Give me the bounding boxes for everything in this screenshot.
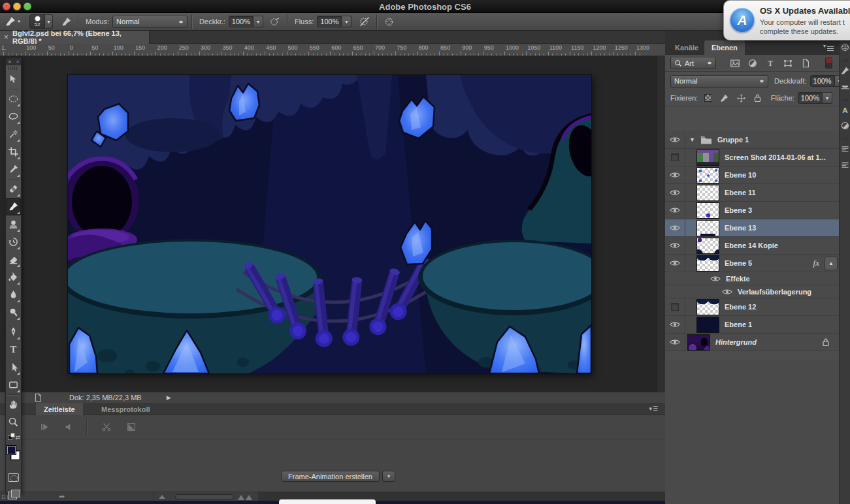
visibility-eye-icon[interactable] [722, 289, 732, 295]
document-tab[interactable]: × Bglvl2.psd bei 66,7% (Ebene 13, RGB/8)… [0, 31, 150, 44]
frame-icon[interactable] [2, 495, 5, 499]
grip-dots[interactable] [842, 59, 849, 62]
dock-panel-lines-icon[interactable] [840, 160, 850, 170]
layer-row-ebene-10[interactable]: Ebene 10 [665, 166, 839, 184]
brush-preset-dropdown-arrow[interactable]: ▼ [45, 14, 53, 29]
filter-shapefilter-icon[interactable] [783, 58, 793, 69]
grip-dots[interactable] [842, 138, 849, 140]
visibility-eye-icon[interactable] [670, 321, 680, 328]
create-frame-animation-button[interactable]: Frame-Animation erstellen [281, 471, 380, 482]
scissors-button[interactable] [101, 422, 112, 432]
visibility-eye-icon[interactable] [670, 207, 680, 213]
layer-thumbnail[interactable] [696, 202, 719, 219]
visibility-eye-icon[interactable] [670, 172, 680, 178]
filter-typefilter-icon[interactable] [765, 58, 776, 69]
canvas-artwork[interactable] [68, 75, 591, 373]
layer-thumbnail[interactable] [696, 167, 719, 183]
brush-tool-icon[interactable]: ▾ [4, 14, 21, 29]
status-menu-arrow-icon[interactable]: ▶ [167, 394, 171, 401]
layer-row-ebene-5[interactable]: Ebene 5fx ▲ [665, 255, 839, 272]
zoom-tool[interactable] [6, 413, 21, 431]
flow-input[interactable]: 100% ▼ [317, 16, 351, 27]
layers-blend-mode-select[interactable]: Normal [670, 75, 768, 87]
visibility-eye-icon[interactable] [670, 339, 680, 345]
shape-tool[interactable] [6, 376, 21, 394]
brush-preset-picker[interactable]: 52 ▼ [29, 14, 53, 29]
dock-panel-chara-icon[interactable] [840, 105, 850, 115]
opacity-dropdown-arrow[interactable]: ▼ [253, 16, 263, 27]
visibility-eye-icon[interactable] [670, 225, 680, 231]
layer-thumbnail[interactable] [696, 185, 719, 201]
layer-row-ebene-13[interactable]: Ebene 13 [665, 219, 839, 237]
layer-row-ebene-3[interactable]: Ebene 3 [665, 202, 839, 219]
pressure-size-toggle-icon[interactable] [381, 14, 397, 29]
history-tool[interactable] [6, 233, 21, 251]
visibility-toggle-empty[interactable] [671, 153, 679, 161]
convert-timeline-icon[interactable]: ➦ [59, 492, 65, 501]
timeline-zoom-slider[interactable] [175, 494, 234, 499]
blend-mode-select[interactable]: Normal [112, 16, 188, 28]
tab-zeitleiste[interactable]: Zeitleiste [36, 403, 83, 415]
filter-smart-icon[interactable] [800, 58, 811, 69]
vertical-scrollbar[interactable] [657, 56, 665, 392]
dock-panel-dish-icon[interactable] [840, 82, 850, 91]
bucket-tool[interactable] [6, 268, 21, 286]
quick-mask-mode-button[interactable] [8, 473, 19, 482]
filter-image-icon[interactable] [730, 58, 740, 69]
pathselect-tool[interactable] [6, 358, 21, 376]
grip-dots[interactable] [842, 99, 849, 101]
status-page-icon[interactable] [33, 392, 43, 403]
layer-thumbnail[interactable] [696, 317, 719, 333]
panel-menu-icon[interactable]: ▾ [823, 43, 834, 55]
layer-thumbnail[interactable] [696, 220, 719, 236]
grip-dots[interactable] [8, 67, 18, 70]
layer-thumbnail[interactable] [696, 255, 719, 272]
blur-tool[interactable] [6, 286, 21, 304]
dock-panel-adjust-icon[interactable] [840, 121, 850, 131]
tools-palette-header[interactable]: ✕» [6, 58, 21, 65]
visibility-eye-icon[interactable] [670, 260, 680, 266]
dodge-tool[interactable] [6, 304, 21, 321]
filter-toggle-switch[interactable] [825, 57, 832, 69]
layer-thumbnail[interactable] [696, 150, 719, 166]
lock-paint-icon[interactable] [719, 93, 729, 103]
dock-panel-brushtip-icon[interactable] [840, 66, 850, 76]
layer-row-ebene-11[interactable]: Ebene 11 [665, 184, 839, 202]
color-swatches[interactable] [6, 445, 21, 467]
stamp-tool[interactable] [6, 215, 21, 233]
close-document-icon[interactable]: × [4, 33, 8, 42]
lasso-tool[interactable] [6, 108, 21, 125]
visibility-eye-icon[interactable] [670, 136, 680, 143]
zoom-in-icon[interactable] [246, 495, 252, 500]
healing-tool[interactable] [6, 180, 21, 198]
eyedropper-tool[interactable] [6, 161, 21, 178]
layer-row-screen-shot-2014-01-06-at-1-[interactable]: Screen Shot 2014-01-06 at 1... [665, 149, 839, 166]
eraser-tool[interactable] [6, 251, 21, 268]
layer-thumbnail[interactable] [696, 299, 719, 315]
horizontal-ruler[interactable]: 1. 1005005010015020025030035040045050055… [0, 44, 665, 56]
dock-panel-lines-icon[interactable] [840, 144, 850, 154]
visibility-eye-icon[interactable] [710, 276, 721, 282]
swap-colors-icon[interactable]: ⇄ [6, 432, 21, 443]
move-tool[interactable] [6, 71, 21, 88]
wand-tool[interactable] [6, 125, 21, 143]
zoom-out-icon[interactable] [159, 495, 165, 499]
speaker-button[interactable] [64, 422, 74, 432]
screen-mode-button[interactable] [8, 490, 20, 499]
dock-panel-sphere-icon[interactable] [840, 42, 850, 52]
toggle-brush-panel-button[interactable] [58, 14, 74, 29]
layer-row-ebene-12[interactable]: Ebene 12 [665, 298, 839, 316]
group-expand-icon[interactable]: ▼ [689, 136, 695, 143]
lock-transparency-icon[interactable] [704, 94, 712, 102]
crop-tool[interactable] [6, 143, 21, 161]
layer-thumbnail[interactable] [687, 334, 710, 351]
tab-ebenen[interactable]: Ebenen [704, 40, 745, 55]
opacity-input[interactable]: 100% ▼ [229, 16, 263, 27]
lock-all-icon[interactable] [753, 93, 762, 102]
os-notification[interactable]: A OS X Updates Availabl Your computer wi… [723, 0, 850, 40]
visibility-toggle-empty[interactable] [671, 303, 679, 311]
layer-row-gruppe-1[interactable]: ▼ Gruppe 1 [665, 131, 839, 149]
airbrush-tablet-icon[interactable] [267, 14, 283, 29]
collapse-icon[interactable]: » [16, 59, 19, 64]
hand-tool[interactable] [6, 396, 21, 413]
